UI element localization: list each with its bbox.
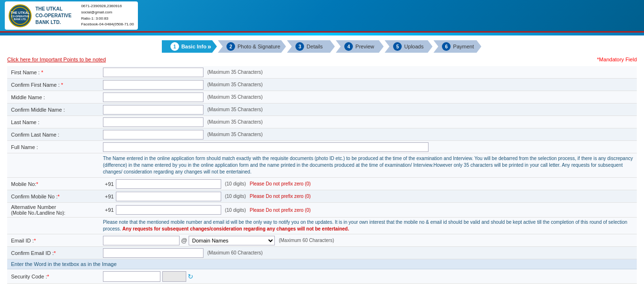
confirm-first-name-label: Confirm First Name : * xyxy=(7,81,103,89)
confirm-mobile-label: Confirm Mobile No :* xyxy=(7,192,103,201)
alt-mobile-input[interactable] xyxy=(116,205,221,215)
full-name-row: Full Name : xyxy=(7,141,637,153)
confirm-mobile-digits-hint: (10 digits) xyxy=(225,194,246,199)
middle-name-hint: (Maximum 35 Characters) xyxy=(207,94,263,100)
alt-mobile-prefix-hint: Please Do not prefix zero (0) xyxy=(250,208,311,213)
confirm-middle-name-row: Confirm Middle Name : (Maximum 35 Charac… xyxy=(7,104,637,116)
confirm-first-name-row: Confirm First Name : * (Maximum 35 Chara… xyxy=(7,79,637,91)
svg-text:THE UTKAL: THE UTKAL xyxy=(11,11,30,14)
confirm-first-star: * xyxy=(61,82,63,88)
email-row: Email ID :* @ Domain Names gmail.com yah… xyxy=(7,234,637,247)
step-1-arrow: » xyxy=(207,43,211,50)
at-symbol: @ xyxy=(180,237,189,244)
middle-name-input[interactable] xyxy=(103,92,203,102)
step-6-label: Payment xyxy=(453,44,474,49)
security-code-input[interactable] xyxy=(103,271,160,282)
step-1-num: 1 xyxy=(170,42,179,51)
last-name-row: Last Name : (Maximum 35 Characters) xyxy=(7,116,637,128)
confirm-email-star: * xyxy=(54,250,56,256)
name-fields: First Name : * (Maximum 35 Characters) C… xyxy=(7,66,637,153)
confirm-first-name-hint: (Maximum 35 Characters) xyxy=(207,82,263,87)
page-header: THE UTKAL CO-OPERATIVE BANK LTD. THE UTK… xyxy=(0,0,644,33)
step-3-num: 3 xyxy=(295,42,304,51)
confirm-last-hint: (Maximum 35 Characters) xyxy=(207,132,263,137)
confirm-middle-hint: (Maximum 35 Characters) xyxy=(207,107,263,112)
middle-name-label: Middle Name : xyxy=(7,93,103,102)
step-2-label: Photo & Signature xyxy=(237,44,280,49)
bank-contact: 0671-2390928,2360916 social@gmail.com Ra… xyxy=(81,3,134,28)
security-label: Security Code :* xyxy=(7,272,103,281)
confirm-first-name-input[interactable] xyxy=(103,80,203,90)
email-label: Email ID :* xyxy=(7,236,103,245)
captcha-notice: Enter the Word in the textbox as in the … xyxy=(7,259,637,269)
mobile-label: Mobile No:* xyxy=(7,180,103,188)
mobile-prefix-hint: Please Do not prefix zero (0) xyxy=(250,181,311,186)
confirm-mobile-prefix-hint: Please Do not prefix zero (0) xyxy=(250,194,311,199)
step-basic-info[interactable]: 1 Basic Info » xyxy=(162,40,217,53)
confirm-last-name-input[interactable] xyxy=(103,130,203,139)
confirm-mobile-star: * xyxy=(57,194,59,199)
alt-mobile-label: Alternative Number(Mobile No./Landline N… xyxy=(7,203,103,217)
mobile-digits-hint: (10 digits) xyxy=(225,181,246,186)
step-5-label: Uploads xyxy=(404,44,423,49)
alt-mobile-row: Alternative Number(Mobile No./Landline N… xyxy=(7,203,637,218)
bank-logo-circle: THE UTKAL CO-OPERATIVE BANK LTD. xyxy=(9,4,32,27)
mobile-notice: Please note that the mentioned mobile nu… xyxy=(7,218,637,234)
middle-name-row: Middle Name : (Maximum 35 Characters) xyxy=(7,91,637,104)
confirm-middle-name-label: Confirm Middle Name : xyxy=(7,105,103,114)
alt-mobile-prefix: +91 xyxy=(103,207,116,213)
security-star: * xyxy=(47,274,49,279)
bank-name: THE UTKAL CO-OPERATIVE BANK LTD. xyxy=(35,6,71,26)
confirm-mobile-row: Confirm Mobile No :* +91 (10 digits) Ple… xyxy=(7,190,637,203)
full-name-label: Full Name : xyxy=(7,143,103,151)
svg-text:BANK LTD.: BANK LTD. xyxy=(14,18,27,21)
mandatory-note: *Mandatory Field xyxy=(597,57,637,62)
email-hint: (Maximum 60 Characters) xyxy=(279,238,334,243)
step-uploads[interactable]: 5 Uploads xyxy=(384,40,432,53)
step-preview[interactable]: 4 Preview xyxy=(336,40,384,53)
confirm-email-row: Confirm Email ID :* (Maximum 60 Characte… xyxy=(7,247,637,259)
step-4-label: Preview xyxy=(355,44,374,49)
confirm-email-input[interactable] xyxy=(103,248,203,258)
step-6-num: 6 xyxy=(442,42,451,51)
mobile-input[interactable] xyxy=(116,179,221,189)
domain-select[interactable]: Domain Names gmail.com yahoo.com hotmail… xyxy=(189,236,275,245)
email-star: * xyxy=(34,238,36,243)
important-link[interactable]: Click here for Important Points to be no… xyxy=(7,57,106,62)
first-name-label: First Name : * xyxy=(7,68,103,77)
step-1-label: Basic Info xyxy=(181,44,207,49)
name-notice: The Name entered in the online applicati… xyxy=(7,153,637,178)
alt-mobile-digits-hint: (10 digits) xyxy=(225,208,246,213)
confirm-middle-name-input[interactable] xyxy=(103,105,203,115)
step-4-num: 4 xyxy=(344,42,353,51)
mobile-prefix: +91 xyxy=(103,181,116,187)
last-name-hint: (Maximum 35 Characters) xyxy=(207,119,263,125)
first-name-star: * xyxy=(41,69,43,75)
confirm-last-name-row: Confirm Last Name : (Maximum 35 Characte… xyxy=(7,128,637,141)
step-3-label: Details xyxy=(306,44,323,49)
step-photo-signature[interactable]: 2 Photo & Signature xyxy=(218,40,286,53)
last-name-label: Last Name : xyxy=(7,118,103,127)
confirm-email-label: Confirm Email ID :* xyxy=(7,249,103,257)
steps-container: 1 Basic Info » 2 Photo & Signature 3 Det… xyxy=(7,40,637,53)
last-name-input[interactable] xyxy=(103,117,203,127)
main-content: 1 Basic Info » 2 Photo & Signature 3 Det… xyxy=(0,35,644,300)
security-row: Security Code :* ↻ xyxy=(7,269,637,284)
step-2-num: 2 xyxy=(226,42,235,51)
step-details[interactable]: 3 Details xyxy=(287,40,335,53)
first-name-row: First Name : * (Maximum 35 Characters) xyxy=(7,66,637,79)
full-name-input[interactable] xyxy=(103,142,429,152)
step-payment[interactable]: 6 Payment xyxy=(433,40,481,53)
first-name-hint: (Maximum 35 Characters) xyxy=(207,69,263,75)
confirm-email-hint: (Maximum 60 Characters) xyxy=(207,250,263,255)
confirm-mobile-prefix: +91 xyxy=(103,194,116,199)
bank-logo-box: THE UTKAL CO-OPERATIVE BANK LTD. THE UTK… xyxy=(5,1,138,30)
confirm-last-name-label: Confirm Last Name : xyxy=(7,130,103,139)
mobile-row: Mobile No:* +91 (10 digits) Please Do no… xyxy=(7,178,637,190)
confirm-mobile-input[interactable] xyxy=(116,192,221,201)
first-name-input[interactable] xyxy=(103,68,203,77)
step-5-num: 5 xyxy=(393,42,402,51)
refresh-captcha-icon[interactable]: ↻ xyxy=(188,273,193,280)
captcha-image xyxy=(162,271,186,282)
email-input[interactable] xyxy=(103,236,180,245)
